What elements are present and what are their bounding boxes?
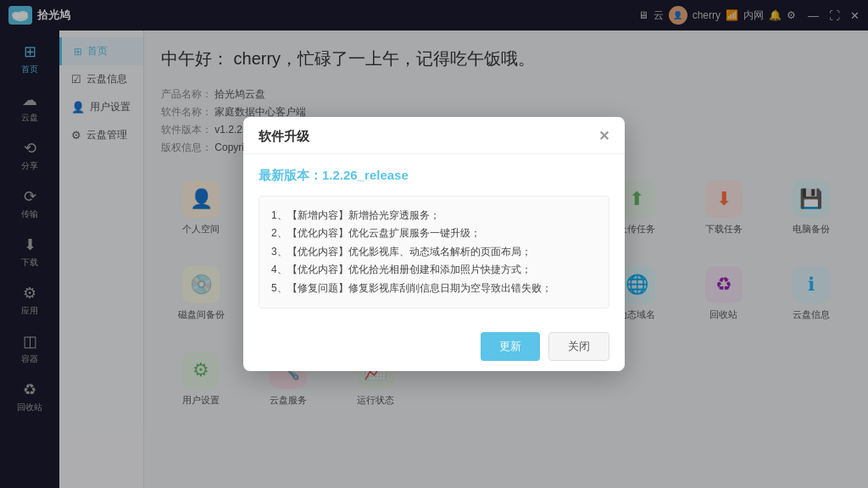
- dialog-item-5: 5、【修复问题】修复影视库刮削信息日期为空导致出错失败；: [271, 280, 597, 298]
- update-dialog: 软件升级 ✕ 最新版本：1.2.26_release 1、【新增内容】新增拾光穿…: [243, 117, 625, 372]
- close-dialog-button[interactable]: 关闭: [548, 332, 609, 361]
- dialog-header: 软件升级 ✕: [243, 117, 625, 154]
- dialog-footer: 更新 关闭: [243, 322, 625, 371]
- dialog-title: 软件升级: [259, 129, 309, 145]
- dialog-item-3: 3、【优化内容】优化影视库、动态域名解析的页面布局；: [271, 243, 597, 262]
- dialog-item-4: 4、【优化内容】优化拾光相册创建和添加照片快捷方式；: [271, 261, 597, 280]
- modal-overlay: 软件升级 ✕ 最新版本：1.2.26_release 1、【新增内容】新增拾光穿…: [0, 0, 868, 488]
- dialog-item-2: 2、【优化内容】优化云盘扩展服务一键升级；: [271, 225, 597, 243]
- dialog-body: 最新版本：1.2.26_release 1、【新增内容】新增拾光穿透服务； 2、…: [243, 154, 625, 323]
- update-button[interactable]: 更新: [481, 332, 540, 361]
- dialog-content-list: 1、【新增内容】新增拾光穿透服务； 2、【优化内容】优化云盘扩展服务一键升级； …: [259, 196, 609, 309]
- dialog-version: 最新版本：1.2.26_release: [259, 168, 609, 184]
- dialog-close-x[interactable]: ✕: [598, 130, 609, 143]
- dialog-item-1: 1、【新增内容】新增拾光穿透服务；: [271, 207, 597, 225]
